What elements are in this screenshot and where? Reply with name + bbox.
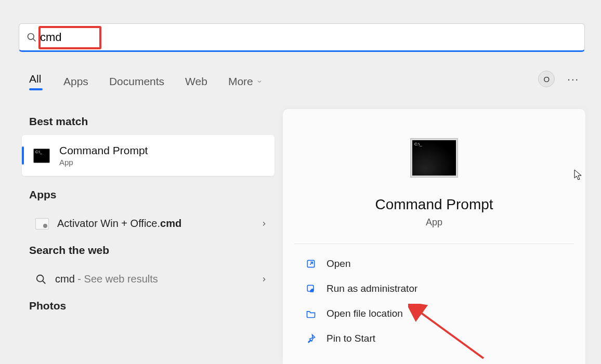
folder-icon [306, 308, 316, 319]
search-web-heading: Search the web [29, 244, 276, 257]
tab-apps[interactable]: Apps [63, 75, 88, 93]
pin-icon [306, 333, 316, 344]
tab-more-label: More [228, 75, 253, 88]
tab-all[interactable]: All [29, 73, 43, 96]
best-match-subtitle: App [59, 158, 148, 167]
action-open-file-location[interactable]: Open file location [283, 301, 585, 326]
app-result-activator[interactable]: Activator Win + Office.cmd [29, 208, 276, 239]
app-result-label: Activator Win + Office.cmd [57, 218, 252, 230]
action-pin-label: Pin to Start [326, 333, 375, 344]
chevron-right-icon [260, 276, 268, 283]
search-bar[interactable] [19, 23, 585, 52]
tab-documents[interactable]: Documents [109, 75, 164, 93]
more-options-button[interactable]: ··· [567, 73, 579, 85]
header-right-controls: O ··· [538, 71, 579, 87]
avatar[interactable]: O [538, 71, 555, 87]
script-file-icon [35, 218, 49, 230]
web-result-cmd[interactable]: cmd - See web results [29, 264, 276, 294]
action-run-admin-label: Run as administrator [326, 283, 417, 294]
preview-panel: C:\_ Command Prompt App Open Run as admi… [283, 109, 585, 364]
web-result-label: cmd - See web results [55, 273, 252, 285]
preview-title: Command Prompt [283, 196, 585, 213]
apps-heading: Apps [29, 188, 276, 201]
search-icon [27, 32, 37, 43]
shield-admin-icon [306, 284, 316, 294]
command-prompt-icon: C:\_ [33, 149, 50, 163]
best-match-text: Command Prompt App [59, 144, 148, 167]
search-input-wrap [40, 24, 577, 50]
best-match-heading: Best match [29, 115, 276, 128]
chevron-down-icon [256, 78, 263, 85]
filter-tabs: All Apps Documents Web More [29, 73, 263, 96]
command-prompt-icon: C:\_ [412, 140, 456, 176]
best-match-title: Command Prompt [59, 144, 148, 157]
search-input[interactable] [40, 31, 577, 44]
action-pin-to-start[interactable]: Pin to Start [283, 326, 585, 351]
action-open[interactable]: Open [283, 251, 585, 276]
tab-web[interactable]: Web [185, 75, 207, 93]
svg-point-0 [28, 33, 34, 39]
divider [294, 244, 574, 244]
best-match-result[interactable]: C:\_ Command Prompt App [22, 135, 275, 176]
svg-point-2 [37, 275, 44, 281]
chevron-right-icon [260, 220, 268, 227]
svg-line-3 [43, 281, 45, 284]
search-icon [35, 274, 47, 285]
results-column: Best match C:\_ Command Prompt App Apps … [29, 115, 276, 319]
action-run-as-administrator[interactable]: Run as administrator [283, 276, 585, 301]
photos-heading: Photos [29, 300, 276, 312]
tab-more[interactable]: More [228, 75, 263, 93]
open-icon [306, 259, 316, 269]
action-open-location-label: Open file location [326, 308, 403, 319]
preview-subtitle: App [283, 217, 585, 228]
action-open-label: Open [326, 258, 350, 269]
preview-app-icon-frame: C:\_ [410, 138, 458, 178]
svg-line-1 [33, 38, 36, 41]
